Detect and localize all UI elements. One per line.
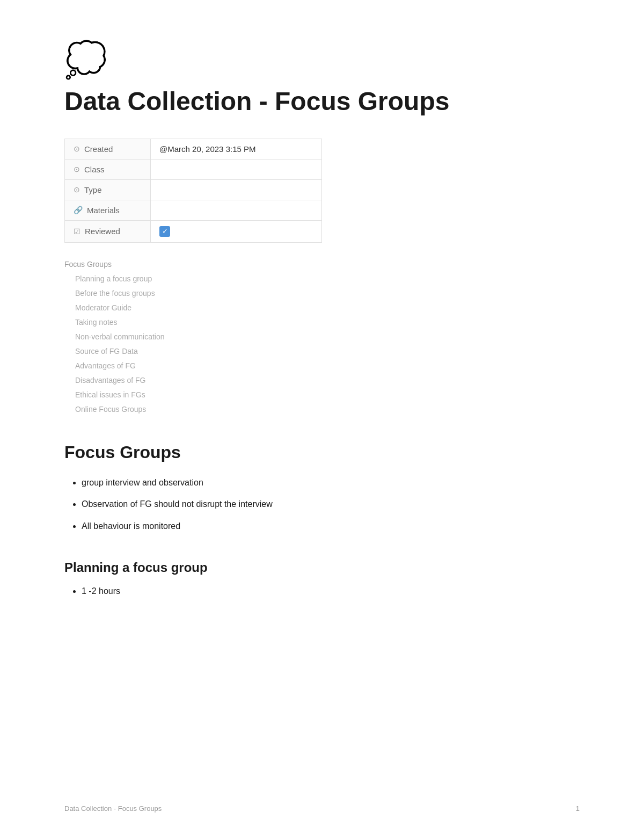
focus-groups-bullets: group interview and observation Observat… xyxy=(64,475,580,534)
toc-item-2[interactable]: Before the focus groups xyxy=(64,286,580,301)
toc-item-3[interactable]: Moderator Guide xyxy=(64,301,580,315)
toc-item-1[interactable]: Planning a focus group xyxy=(64,272,580,286)
page-number: 1 xyxy=(576,804,580,813)
page-title: Data Collection - Focus Groups xyxy=(64,86,580,117)
property-row-created: ⊙ Created @March 20, 2023 3:15 PM xyxy=(65,139,322,159)
circle-icon-type: ⊙ xyxy=(74,185,80,194)
property-row-materials: 🔗 Materials xyxy=(65,200,322,220)
prop-label-class: Class xyxy=(84,165,105,174)
property-row-reviewed: ☑ Reviewed ✓ xyxy=(65,220,322,242)
planning-bullet-1: 1 -2 hours xyxy=(82,584,580,599)
toc-item-5[interactable]: Non-verbal communication xyxy=(64,330,580,344)
toc-item-10[interactable]: Online Focus Groups xyxy=(64,402,580,417)
reviewed-checkbox[interactable]: ✓ xyxy=(159,226,170,237)
toc-item-4[interactable]: Taking notes xyxy=(64,315,580,330)
property-row-type: ⊙ Type xyxy=(65,179,322,200)
table-of-contents: Focus Groups Planning a focus group Befo… xyxy=(64,260,580,417)
prop-label-created: Created xyxy=(84,144,113,154)
property-row-class: ⊙ Class xyxy=(65,159,322,179)
bullet-item-3: All behaviour is monitored xyxy=(82,519,580,534)
prop-label-type: Type xyxy=(84,185,102,194)
focus-groups-heading: Focus Groups xyxy=(64,443,580,462)
planning-section: Planning a focus group 1 -2 hours xyxy=(64,560,580,599)
focus-groups-section: Focus Groups group interview and observa… xyxy=(64,443,580,534)
clock-icon: ⊙ xyxy=(74,144,80,153)
toc-item-6[interactable]: Source of FG Data xyxy=(64,344,580,359)
toc-title: Focus Groups xyxy=(64,260,580,269)
circle-icon-class: ⊙ xyxy=(74,165,80,173)
bullet-item-1: group interview and observation xyxy=(82,475,580,491)
bullet-item-2: Observation of FG should not disrupt the… xyxy=(82,497,580,512)
toc-list: Planning a focus group Before the focus … xyxy=(64,272,580,417)
prop-label-materials: Materials xyxy=(87,206,120,215)
prop-value-created: @March 20, 2023 3:15 PM xyxy=(159,144,256,154)
planning-heading: Planning a focus group xyxy=(64,560,580,575)
footer-title: Data Collection - Focus Groups xyxy=(64,804,162,813)
page-icon: 💭 xyxy=(64,43,580,77)
planning-bullets: 1 -2 hours xyxy=(64,584,580,599)
page-footer: Data Collection - Focus Groups 1 xyxy=(64,804,580,813)
checkbox-icon: ☑ xyxy=(74,227,80,236)
link-icon: 🔗 xyxy=(74,206,83,214)
toc-item-8[interactable]: Disadvantages of FG xyxy=(64,373,580,388)
properties-table: ⊙ Created @March 20, 2023 3:15 PM ⊙ Clas… xyxy=(64,139,322,243)
toc-item-9[interactable]: Ethical issues in FGs xyxy=(64,388,580,402)
toc-item-7[interactable]: Advantages of FG xyxy=(64,359,580,373)
prop-label-reviewed: Reviewed xyxy=(85,227,120,236)
